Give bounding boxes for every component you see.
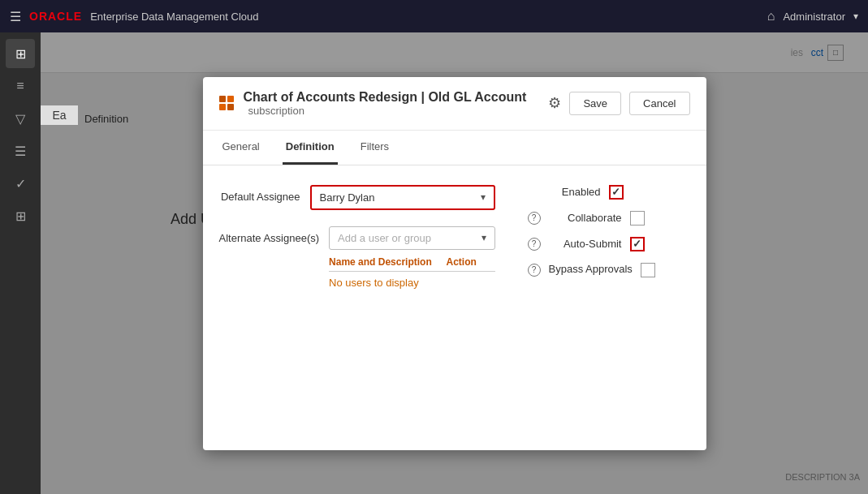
bg-content: □ cct ies Ea Definition Add User group D… — [41, 32, 868, 494]
default-assignee-label: Default Assignee — [219, 185, 300, 204]
icon-dot-1 — [219, 96, 226, 102]
modal-dialog: Chart of Accounts Redesign | Old GL Acco… — [203, 77, 706, 450]
top-nav: ☰ ORACLE Enterprise Data Management Clou… — [0, 0, 868, 32]
modal-tabs: General Definition Filters — [203, 131, 706, 165]
bypass-label: Bypass Approvals — [549, 263, 633, 277]
col-action-header: Action — [447, 256, 495, 268]
icon-dot-4 — [227, 104, 234, 110]
col-name-header: Name and Description — [329, 256, 446, 268]
dropdown-chevron-icon: ▾ — [481, 191, 486, 203]
default-assignee-row: Default Assignee Barry Dylan ▾ — [219, 185, 495, 210]
sidebar-item-grid[interactable]: ⊞ — [6, 39, 35, 68]
form-right: Enabled ? Collaborate — [528, 185, 690, 305]
autosubmit-help-icon[interactable]: ? — [528, 238, 541, 251]
modal-main-title: Chart of Accounts Redesign | Old GL Acco… — [244, 90, 527, 104]
modal-title-block: Chart of Accounts Redesign | Old GL Acco… — [244, 90, 539, 117]
modal-overlay: Chart of Accounts Redesign | Old GL Acco… — [41, 32, 868, 494]
autosubmit-label: Auto-Submit — [549, 238, 622, 250]
app-title: Enterprise Data Management Cloud — [90, 11, 759, 23]
modal-header-actions: ⚙ Save Cancel — [548, 92, 689, 115]
sidebar-item-list[interactable]: ≡ — [6, 71, 35, 101]
admin-label: Administrator — [783, 11, 845, 23]
home-icon[interactable]: ⌂ — [767, 9, 775, 24]
no-data-text: No users to display — [329, 277, 494, 289]
tab-general[interactable]: General — [219, 131, 263, 165]
main-area: ⊞ ≡ ▽ ☰ ✓ ⊞ □ cct ies Ea Definition Add … — [0, 32, 868, 494]
collaborate-help-icon[interactable]: ? — [528, 212, 541, 225]
bypass-checkbox[interactable] — [641, 263, 655, 277]
autosubmit-checkbox[interactable] — [630, 237, 645, 251]
modal-sub-title: subscription — [248, 105, 304, 117]
bypass-row: ? Bypass Approvals — [528, 263, 690, 277]
modal-body: Default Assignee Barry Dylan ▾ — [203, 165, 706, 450]
bypass-help-icon[interactable]: ? — [528, 264, 541, 277]
assignee-table-header: Name and Description Action — [329, 256, 494, 272]
admin-chevron-icon[interactable]: ▾ — [853, 11, 858, 22]
icon-dot-3 — [219, 104, 226, 110]
alternate-assignee-dropdown[interactable]: Add a user or group ▾ — [329, 226, 494, 250]
tab-definition[interactable]: Definition — [283, 131, 338, 165]
cancel-button[interactable]: Cancel — [629, 92, 689, 115]
modal-header: Chart of Accounts Redesign | Old GL Acco… — [203, 77, 706, 131]
form-left: Default Assignee Barry Dylan ▾ — [219, 185, 495, 305]
bypass-wrap — [641, 263, 655, 277]
alternate-assignee-label: Alternate Assignee(s) — [219, 226, 320, 246]
nav-right: ⌂ Administrator ▾ — [767, 9, 858, 24]
enabled-row: Enabled — [528, 185, 690, 200]
sidebar-item-check[interactable]: ✓ — [6, 169, 35, 198]
left-sidebar: ⊞ ≡ ▽ ☰ ✓ ⊞ — [0, 32, 41, 494]
alternate-assignee-row: Alternate Assignee(s) Add a user or grou… — [219, 226, 495, 289]
default-assignee-value: Barry Dylan — [320, 191, 474, 204]
hamburger-icon[interactable]: ☰ — [10, 9, 21, 24]
collaborate-row: ? Collaborate — [528, 211, 690, 226]
modal-header-icon — [219, 96, 234, 110]
icon-dot-2 — [227, 96, 234, 102]
default-assignee-control: Barry Dylan ▾ — [310, 185, 495, 210]
oracle-logo: ORACLE — [29, 10, 82, 23]
sidebar-item-grid2[interactable]: ⊞ — [6, 201, 35, 230]
sidebar-item-filter[interactable]: ▽ — [6, 104, 35, 133]
assignee-table-body: No users to display — [329, 277, 494, 289]
ea-label: Ea — [41, 105, 78, 125]
default-assignee-dropdown[interactable]: Barry Dylan ▾ — [310, 185, 495, 210]
form-layout: Default Assignee Barry Dylan ▾ — [219, 185, 690, 305]
collaborate-label: Collaborate — [549, 212, 622, 224]
collaborate-checkbox[interactable] — [630, 211, 645, 226]
sidebar-item-menu[interactable]: ☰ — [6, 136, 35, 165]
alternate-dropdown-chevron-icon: ▾ — [482, 232, 486, 243]
autosubmit-row: ? Auto-Submit — [528, 237, 690, 251]
save-button[interactable]: Save — [569, 92, 621, 115]
collaborate-wrap — [630, 211, 645, 226]
enabled-label: Enabled — [528, 186, 601, 198]
enabled-wrap — [609, 185, 624, 200]
autosubmit-wrap — [630, 237, 645, 251]
gear-button[interactable]: ⚙ — [548, 94, 561, 112]
assignee-table: Name and Description Action No users to … — [329, 256, 494, 289]
tab-filters[interactable]: Filters — [357, 131, 392, 165]
alternate-assignee-control: Add a user or group ▾ Name and Descripti… — [329, 226, 494, 289]
enabled-checkbox[interactable] — [609, 185, 624, 200]
alternate-assignee-placeholder: Add a user or group — [338, 232, 474, 244]
